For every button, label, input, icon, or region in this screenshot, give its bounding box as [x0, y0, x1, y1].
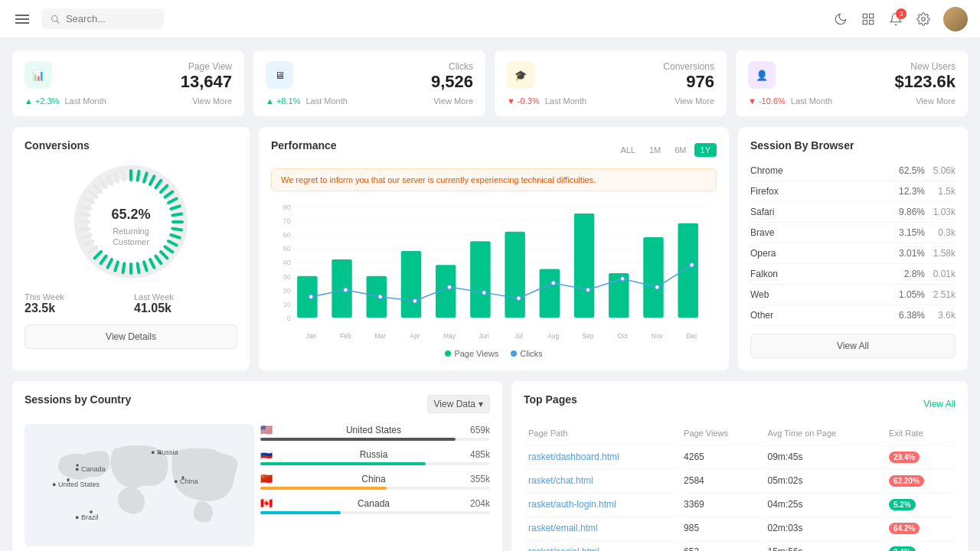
- svg-line-39: [80, 214, 90, 216]
- browser-name: Web: [750, 289, 887, 300]
- country-name: United States: [346, 425, 401, 435]
- svg-point-97: [482, 290, 486, 295]
- svg-text:Mar: Mar: [374, 332, 386, 340]
- svg-point-102: [655, 285, 659, 289]
- performance-chart: 01020304050607080JanFebMarAprMayJunJulAu…: [271, 199, 717, 344]
- avg-time: 02m:03s: [765, 517, 884, 539]
- layout-icon[interactable]: [861, 11, 876, 27]
- svg-text:50: 50: [283, 245, 291, 253]
- donut-chart: 65.2% Returning Customer: [24, 161, 237, 283]
- search-input[interactable]: [66, 13, 155, 24]
- stat-label: Clicks: [431, 61, 473, 72]
- country-name: Russia: [360, 449, 388, 460]
- svg-point-0: [51, 15, 57, 21]
- view-more-link[interactable]: View More: [192, 96, 232, 106]
- svg-text:Nov: Nov: [652, 332, 664, 340]
- svg-text:Returning: Returning: [113, 227, 149, 236]
- col-header-page-path: Page Path: [525, 425, 679, 444]
- view-more-link[interactable]: View More: [916, 96, 956, 106]
- time-filter-1m[interactable]: 1M: [643, 143, 667, 157]
- svg-point-95: [413, 298, 417, 303]
- svg-text:Sep: Sep: [582, 332, 593, 340]
- map-label-china: ● China: [174, 478, 198, 485]
- country-flag: 🇷🇺: [260, 448, 273, 460]
- pages-header: Top Pages View All: [524, 393, 956, 415]
- svg-text:Jun: Jun: [479, 332, 490, 340]
- moon-icon[interactable]: [833, 11, 848, 27]
- exit-rate: 2.4%: [886, 540, 954, 551]
- stats-row: 📊 Page View 13,647 ▲ +2.3% Last Month Vi…: [12, 51, 968, 116]
- country-count: 355k: [470, 474, 490, 484]
- last-week-value: 41.05k: [134, 302, 237, 315]
- page-path: rasket/social.html: [525, 540, 679, 551]
- svg-rect-88: [643, 237, 663, 318]
- browser-name: Firefox: [750, 186, 887, 197]
- view-more-link[interactable]: View More: [433, 96, 473, 106]
- map-container: ● Canada ● United States ● Brazil ● Russ…: [24, 424, 490, 546]
- browser-count: 3.6k: [925, 310, 956, 321]
- time-filter-1y[interactable]: 1Y: [694, 143, 717, 157]
- svg-text:Aug: Aug: [547, 332, 559, 340]
- svg-text:60: 60: [283, 231, 291, 239]
- browser-pct: 12.3%: [887, 186, 925, 197]
- svg-line-17: [172, 214, 181, 216]
- avg-time: 05m:02s: [765, 469, 884, 491]
- time-filter-all[interactable]: ALL: [614, 143, 642, 157]
- exit-rate: 29.4%: [886, 445, 954, 468]
- browser-pct: 3.15%: [887, 227, 925, 238]
- svg-point-100: [586, 288, 590, 292]
- svg-line-19: [172, 229, 181, 230]
- country-bar-canada: 🇨🇦 Canada 204k: [260, 497, 490, 514]
- stat-right: Conversions 976: [663, 61, 714, 92]
- col-header-avg-time-on-page: Avg Time on Page: [765, 425, 884, 444]
- stat-footer: ▼ -10.6% Last Month View More: [748, 96, 956, 106]
- this-week-value: 23.5k: [24, 302, 128, 315]
- exit-rate: 62.20%: [886, 469, 954, 491]
- country-bars: 🇺🇸 United States 659k 🇷🇺 Russia 485k 🇨🇳 …: [260, 424, 490, 546]
- browser-row-web: Web1.05%2.51k: [750, 285, 956, 305]
- svg-rect-78: [470, 241, 490, 318]
- bar-track: [260, 462, 490, 465]
- view-all-link[interactable]: View All: [923, 399, 956, 409]
- stat-card-top: 📊 Page View 13,647: [24, 61, 232, 92]
- view-more-link[interactable]: View More: [675, 96, 714, 106]
- stat-card-clicks: 🖥 Clicks 9,526 ▲ +8.1% Last Month View M…: [253, 51, 485, 116]
- svg-text:0: 0: [287, 315, 291, 322]
- svg-text:10: 10: [283, 301, 291, 308]
- browser-pct: 6.38%: [887, 310, 925, 321]
- settings-icon[interactable]: [916, 11, 931, 27]
- view-details-button[interactable]: View Details: [24, 324, 237, 349]
- country-name: China: [361, 474, 385, 484]
- browser-row-safari: Safari9.86%1.03k: [750, 202, 956, 223]
- bar-fill: [260, 487, 387, 490]
- country-bar-header: 🇨🇳 China 355k: [260, 473, 490, 484]
- browser-count: 0.01k: [925, 269, 956, 279]
- table-row: rasket/social.html 653 15m:56s 2.4%: [525, 540, 954, 551]
- avatar[interactable]: [943, 7, 968, 31]
- browser-pct: 1.05%: [887, 289, 925, 300]
- notification-badge: 3: [896, 8, 906, 19]
- svg-rect-84: [574, 214, 594, 318]
- browser-row-opera: Opera3.01%1.58k: [750, 243, 956, 264]
- view-data-button[interactable]: View Data ▾: [427, 395, 490, 413]
- page-path: rasket/chat.html: [525, 469, 679, 491]
- search-box[interactable]: [41, 8, 164, 29]
- exit-badge: 5.2%: [889, 499, 916, 510]
- this-week-stat: This Week 23.5k: [24, 292, 128, 315]
- this-week-label: This Week: [24, 292, 128, 302]
- menu-button[interactable]: [12, 11, 32, 27]
- chevron-down-icon: ▾: [479, 399, 483, 409]
- browser-name: Safari: [750, 207, 887, 217]
- stat-right: Clicks 9,526: [431, 61, 473, 92]
- notification-icon[interactable]: 3: [888, 11, 903, 27]
- svg-rect-70: [332, 259, 351, 318]
- stat-change: ▼ -0.3% Last Month: [507, 96, 586, 106]
- time-filter-6m[interactable]: 6M: [668, 143, 692, 157]
- bar-track: [260, 511, 490, 514]
- browser-row-brave: Brave3.15%0.3k: [750, 223, 956, 243]
- view-all-browser-button[interactable]: View All: [750, 334, 956, 358]
- svg-rect-74: [401, 251, 421, 318]
- country-bar-china: 🇨🇳 China 355k: [260, 473, 490, 490]
- country-flag: 🇨🇦: [260, 497, 273, 509]
- page-path: rasket/email.html: [525, 517, 679, 539]
